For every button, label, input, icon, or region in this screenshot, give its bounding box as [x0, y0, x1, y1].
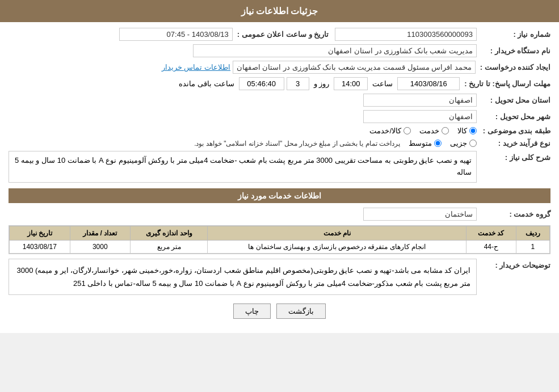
deadline-days-label: روز و: [314, 79, 330, 88]
print-button[interactable]: چاپ: [233, 304, 271, 319]
row-province: استان محل تحویل : اصفهان: [9, 94, 550, 107]
need-number-label: شماره نیاز :: [477, 30, 550, 39]
process-jozi-radio[interactable]: [469, 140, 477, 147]
table-cell-quantity: 3000: [70, 240, 130, 253]
process-mutavasset-radio[interactable]: [434, 140, 442, 147]
process-mutavasset-label: متوسط: [409, 139, 432, 147]
col-row-num: ردیف: [516, 226, 549, 240]
need-number-value: 1103003560000093: [335, 28, 477, 41]
table-row: 1ح-44انجام کارهای متفرقه درخصوص بازسازی …: [10, 240, 550, 253]
buyer-notes-label: توضیحات خریدار :: [477, 259, 550, 269]
category-label: طبقه بندی موضوعی :: [477, 127, 550, 135]
category-kala-khedmat-label: کالا/خدمت: [369, 127, 401, 135]
row-creator: ایجاد کننده درخواست : محمد افراس مسئول ق…: [9, 61, 550, 74]
public-announce-value: 1403/08/13 - 07:45: [119, 28, 233, 41]
creator-value: محمد افراس مسئول قسمت مدیریت شعب بانک کش…: [233, 61, 476, 74]
category-khedmat[interactable]: خدمت: [419, 127, 449, 135]
city-value: اصفهان: [363, 110, 477, 123]
table-cell-row: 1: [516, 240, 549, 253]
col-service-code: کد خدمت: [466, 226, 516, 240]
public-announce-label: تاریخ و ساعت اعلان عمومی :: [233, 30, 329, 39]
need-desc-label: شرح کلی نیاز :: [477, 151, 550, 162]
deadline-time-label: ساعت: [372, 79, 393, 88]
deadline-label: مهلت ارسال پاسخ: تا تاریخ :: [460, 79, 550, 88]
process-jozi[interactable]: جزیی: [450, 139, 477, 147]
process-options-row: جزیی متوسط پرداخت تمام یا بخشی از مبلغ خ…: [194, 138, 477, 147]
province-value: اصفهان: [363, 94, 477, 107]
table-cell-date: 1403/08/17: [10, 240, 70, 253]
services-section-title: اطلاعات خدمات مورد نیاز: [9, 188, 550, 203]
category-khedmat-label: خدمت: [419, 127, 439, 135]
category-kala-khedmat[interactable]: کالا/خدمت: [369, 127, 411, 135]
services-table-container: ردیف کد خدمت نام خدمت واحد اندازه گیری ت…: [9, 225, 550, 254]
need-desc-value: تهیه و نصب عایق رطوبتی به مساحت تقریبی 3…: [9, 151, 477, 183]
row-buyer-org: نام دستگاه خریدار : مدیریت شعب بانک کشاو…: [9, 44, 550, 57]
deadline-date: 1403/08/16: [397, 77, 460, 90]
process-note: پرداخت تمام یا بخشی از مبلغ خریدار محل "…: [194, 140, 400, 147]
page-container: جزئیات اطلاعات نیاز شماره نیاز : 1103003…: [0, 0, 559, 333]
back-button[interactable]: بازگشت: [276, 304, 326, 319]
table-cell-unit: متر مربع: [131, 240, 208, 253]
main-content: شماره نیاز : 1103003560000093 تاریخ و سا…: [0, 22, 559, 333]
category-kala-khedmat-radio[interactable]: [404, 127, 411, 134]
process-label: نوع فرآیند خرید :: [477, 139, 550, 147]
row-buyer-notes: توضیحات خریدار : ایران کد مشابه می باشد-…: [9, 259, 550, 296]
category-kala-radio[interactable]: [469, 127, 477, 134]
button-row: بازگشت چاپ: [9, 304, 550, 319]
row-need-desc: شرح کلی نیاز : تهیه و نصب عایق رطوبتی به…: [9, 151, 550, 183]
creator-contact-link[interactable]: اطلاعات تماس خریدار: [162, 63, 230, 71]
page-title: جزئیات اطلاعات نیاز: [241, 6, 318, 16]
creator-label: ایجاد کننده درخواست :: [476, 63, 550, 71]
category-kala-label: کالا: [457, 127, 467, 135]
services-table: ردیف کد خدمت نام خدمت واحد اندازه گیری ت…: [9, 226, 550, 254]
buyer-org-label: نام دستگاه خریدار :: [477, 47, 550, 55]
buyer-notes-value: ایران کد مشابه می باشد-تهیه و نصب عایق ر…: [9, 259, 477, 296]
city-label: شهر محل تحویل :: [477, 112, 550, 121]
process-mutavasset[interactable]: متوسط: [409, 139, 442, 147]
buyer-org-value: مدیریت شعب بانک کشاورزی در استان اصفهان: [193, 44, 477, 57]
table-cell-name: انجام کارهای متفرقه درخصوص بازسازی و بهس…: [208, 240, 466, 253]
deadline-time: 14:00: [334, 77, 368, 90]
deadline-date-time-row: 1403/08/16 ساعت 14:00 روز و 3 05:46:40 س…: [9, 77, 460, 90]
service-group-label: گروه خدمت :: [477, 210, 550, 218]
page-header: جزئیات اطلاعات نیاز: [0, 0, 559, 22]
deadline-days: 3: [287, 77, 309, 90]
col-date: تاریخ نیاز: [10, 226, 70, 240]
table-header-row: ردیف کد خدمت نام خدمت واحد اندازه گیری ت…: [10, 226, 550, 240]
category-khedmat-radio[interactable]: [442, 127, 449, 134]
deadline-countdown: 05:46:40: [239, 77, 284, 90]
row-category: طبقه بندی موضوعی : کالا خدمت کالا/خدمت: [9, 127, 550, 135]
table-cell-code: ح-44: [466, 240, 516, 253]
row-process-type: نوع فرآیند خرید : جزیی متوسط پرداخت تمام…: [9, 138, 550, 147]
process-jozi-label: جزیی: [450, 139, 467, 147]
deadline-countdown-label: ساعت باقی مانده: [179, 79, 234, 88]
province-label: استان محل تحویل :: [477, 96, 550, 104]
row-need-number: شماره نیاز : 1103003560000093 تاریخ و سا…: [9, 28, 550, 41]
row-deadline: مهلت ارسال پاسخ: تا تاریخ : 1403/08/16 س…: [9, 77, 550, 90]
row-city: شهر محل تحویل : اصفهان: [9, 110, 550, 123]
col-unit: واحد اندازه گیری: [131, 226, 208, 240]
row-service-group: گروه خدمت : ساختمان: [9, 208, 550, 221]
category-kala[interactable]: کالا: [457, 127, 477, 135]
col-quantity: تعداد / مقدار: [70, 226, 130, 240]
service-group-value: ساختمان: [363, 208, 477, 221]
col-service-name: نام خدمت: [208, 226, 466, 240]
category-radio-group: کالا خدمت کالا/خدمت: [369, 127, 477, 135]
